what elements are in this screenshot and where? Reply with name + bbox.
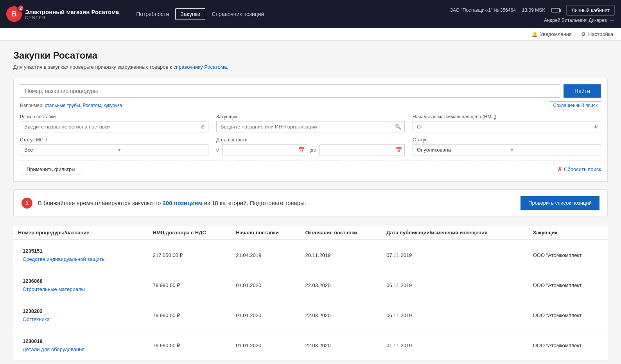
search-button[interactable]: Найти bbox=[564, 84, 601, 98]
date-to-label: до bbox=[310, 147, 316, 153]
close-icon: ✗ bbox=[557, 166, 562, 173]
col-pubdate: Дата публикации/изменения извещения bbox=[382, 226, 528, 240]
main-content: Закупки Росатома Для участия в закупках … bbox=[5, 41, 616, 364]
settings-button[interactable]: ⚙ Настройка bbox=[581, 31, 613, 37]
hint-rosatom[interactable]: Росатом bbox=[83, 103, 101, 108]
banner-icon: 1 bbox=[22, 198, 32, 209]
date-from-input[interactable] bbox=[223, 145, 296, 155]
procedure-link-0[interactable]: Средства индивидуальной защиты bbox=[23, 256, 106, 262]
cell-end-0: 20.11.2019 bbox=[301, 240, 382, 270]
notification-badge: 2 bbox=[17, 5, 24, 12]
calendar-from-icon[interactable]: 📅 bbox=[296, 145, 307, 155]
status-filter: Статус Опубликована ▾ bbox=[413, 137, 601, 155]
cell-buyer-2: ООО "Атомкомплект" bbox=[528, 300, 608, 330]
price-input-wrapper: ₽ bbox=[413, 121, 601, 132]
banner-text-before: В ближайшее время планируются закупки по bbox=[38, 200, 161, 206]
banner-text-after: из 18 категорий. Подготовьте товары. bbox=[204, 200, 306, 206]
hint-steel-pipes[interactable]: стальные трубы bbox=[45, 103, 80, 108]
date-from-label: с bbox=[216, 147, 219, 153]
exit-icon[interactable]: → bbox=[609, 17, 615, 23]
subtitle-link[interactable]: справочнику Росатома bbox=[173, 64, 227, 70]
delivery-date-label: Дата поставки bbox=[216, 137, 405, 143]
date-from-field: 📅 bbox=[222, 144, 307, 155]
smp-filter: Статус МСП Все ▾ bbox=[20, 137, 208, 155]
cell-start-1: 01.01.2020 bbox=[231, 270, 300, 300]
cell-price-0: 217 050,00 ₽ bbox=[148, 240, 231, 270]
price-input[interactable] bbox=[413, 121, 591, 132]
currency-icon: ₽ bbox=[591, 121, 601, 132]
cell-buyer-3: ООО "Атомкомплект" bbox=[528, 330, 608, 360]
hint-corn[interactable]: кукуруза bbox=[104, 103, 122, 108]
cell-end-3: 22.03.2020 bbox=[301, 330, 382, 360]
logo-text-area: Электронный магазин Росатома CENTER bbox=[25, 9, 119, 20]
page-subtitle: Для участия в закупках проверьте привязк… bbox=[13, 64, 608, 70]
logo-subtitle: CENTER bbox=[25, 16, 119, 20]
notifications-button[interactable]: 🔔 Уведомления bbox=[531, 31, 572, 37]
buyer-filter: Закупщик 🔍 bbox=[216, 114, 405, 132]
battery-icon bbox=[551, 8, 560, 12]
procedure-link-2[interactable]: Оргтехника bbox=[23, 316, 50, 322]
region-label: Регион поставки bbox=[20, 114, 208, 120]
table-row: 1236868 Строительные материалы 79 990,00… bbox=[13, 270, 608, 300]
cell-procedure-1: 1236868 Строительные материалы bbox=[13, 270, 148, 300]
table-body: 1235151 Средства индивидуальной защиты 2… bbox=[13, 240, 608, 360]
date-to-field: 📅 bbox=[319, 144, 405, 155]
cell-end-1: 22.03.2020 bbox=[301, 270, 382, 300]
chevron-down-icon: ▾ bbox=[115, 145, 208, 155]
info-banner: 1 В ближайшее время планируются закупки … bbox=[13, 189, 608, 216]
reset-search-button[interactable]: ✗ Сбросить поиск bbox=[557, 166, 601, 173]
price-filter: Начальная максимальная цена (НМЦ) ₽ bbox=[413, 114, 601, 132]
procedure-link-3[interactable]: Детали для оборудования bbox=[23, 346, 84, 352]
chevron-down-icon: ▾ bbox=[508, 145, 601, 155]
bell-icon: 🔔 bbox=[531, 31, 538, 37]
nav-purchases[interactable]: Закупки bbox=[175, 8, 205, 20]
banner-text: В ближайшее время планируются закупки по… bbox=[38, 200, 306, 206]
table-row: 1230019 Детали для оборудования 79 990,0… bbox=[13, 330, 608, 360]
region-input[interactable] bbox=[20, 121, 197, 132]
date-to-input[interactable] bbox=[320, 145, 393, 155]
procedure-number-1: 1236868 bbox=[18, 273, 144, 285]
procedure-link-1[interactable]: Строительные материалы bbox=[23, 286, 85, 292]
cell-pubdate-1: 06.11.2019 bbox=[382, 270, 528, 300]
buyer-input[interactable] bbox=[217, 121, 392, 132]
col-buyer: Закупщик bbox=[528, 226, 608, 240]
smp-select[interactable]: Все ▾ bbox=[20, 144, 208, 155]
table-header-row: Номер процедуры/название НМЦ договора с … bbox=[13, 226, 608, 240]
col-price: НМЦ договора с НДС bbox=[148, 226, 231, 240]
table-row: 1235151 Средства индивидуальной защиты 2… bbox=[13, 240, 608, 270]
nav-catalog[interactable]: Справочник позиций bbox=[207, 9, 269, 20]
short-search-button[interactable]: Сокращенный поиск bbox=[550, 102, 601, 109]
procedure-name-1: Строительные материалы bbox=[18, 285, 144, 297]
filter-actions: Применить фильтры ✗ Сбросить поиск bbox=[20, 160, 601, 175]
procedure-number-2: 1238282 bbox=[18, 303, 144, 316]
cell-price-2: 79 990,00 ₽ bbox=[148, 300, 231, 330]
search-input[interactable] bbox=[20, 84, 560, 98]
check-positions-button[interactable]: Проверить список позиций bbox=[520, 196, 599, 210]
smp-value: Все bbox=[20, 145, 115, 155]
status-select[interactable]: Опубликована ▾ bbox=[413, 144, 601, 155]
search-icon[interactable]: 🔍 bbox=[392, 121, 404, 132]
apply-filters-button[interactable]: Применить фильтры bbox=[20, 164, 82, 175]
banner-highlight[interactable]: 200 позициям bbox=[162, 200, 202, 206]
price-label: Начальная максимальная цена (НМЦ) bbox=[413, 114, 601, 120]
app-title: Электронный магазин Росатома bbox=[25, 9, 119, 16]
logo-area: B 2 Электронный магазин Росатома CENTER bbox=[6, 6, 119, 22]
procedure-name-2: Оргтехника bbox=[18, 316, 144, 327]
date-range: с 📅 до 📅 bbox=[216, 144, 405, 155]
personal-cabinet-button[interactable]: Личный кабинет bbox=[566, 5, 615, 16]
add-icon[interactable]: ⊕ bbox=[197, 121, 208, 132]
filter-grid: Регион поставки ⊕ Закупщик 🔍 Начальная м… bbox=[20, 114, 601, 155]
cell-start-2: 01.01.2020 bbox=[231, 300, 300, 330]
nav-needs[interactable]: Потребности bbox=[131, 9, 174, 20]
procedure-name-0: Средства индивидуальной защиты bbox=[18, 255, 144, 267]
purchases-table: Номер процедуры/название НМЦ договора с … bbox=[13, 226, 608, 360]
cell-pubdate-0: 07.11.2019 bbox=[382, 240, 528, 270]
delivery-date-filter: Дата поставки с 📅 до 📅 bbox=[216, 137, 405, 155]
cell-buyer-0: ООО "Атомкомплект" bbox=[528, 240, 608, 270]
logo-icon: B 2 bbox=[6, 6, 22, 22]
cell-pubdate-2: 06.11.2019 bbox=[382, 300, 528, 330]
purchases-table-container: Номер процедуры/название НМЦ договора с … bbox=[13, 226, 608, 360]
status-label: Статус bbox=[413, 137, 601, 143]
calendar-to-icon[interactable]: 📅 bbox=[393, 145, 404, 155]
cell-procedure-0: 1235151 Средства индивидуальной защиты bbox=[13, 240, 148, 270]
